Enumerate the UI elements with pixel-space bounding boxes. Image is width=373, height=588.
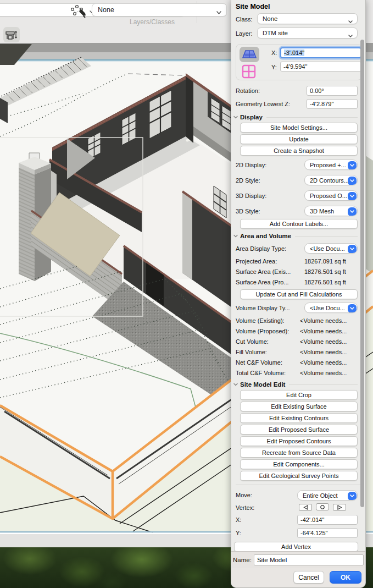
2d-display-label: 2D Display: xyxy=(236,162,266,168)
section-site-model-edit[interactable]: Site Model Edit xyxy=(231,379,365,390)
area-display-type-popup[interactable]: <Use Docu... xyxy=(304,243,358,254)
name-label: Name: xyxy=(233,557,252,563)
2d-style-label: 2D Style: xyxy=(236,177,260,184)
position-group: X: -3'.014" Y: -4'9.594" xyxy=(236,44,362,80)
section-rule xyxy=(266,117,358,118)
previous-vertex-button[interactable] xyxy=(299,504,312,511)
grid-2d-icon[interactable] xyxy=(242,64,256,80)
name-input[interactable] xyxy=(254,554,364,565)
class-value: None xyxy=(263,15,278,22)
move-popup[interactable]: Entire Object xyxy=(297,490,358,501)
edit-proposed-surface-button[interactable]: Edit Proposed Surface xyxy=(240,425,358,435)
x-coordinate-field[interactable]: -3'.014" xyxy=(280,47,361,58)
popup-chevron-icon xyxy=(348,492,357,501)
vertex-label: Vertex: xyxy=(236,504,254,511)
ok-button[interactable]: OK xyxy=(330,571,361,584)
3d-display-label: 3D Display: xyxy=(236,193,266,199)
class-label: Class: xyxy=(236,16,253,23)
area-display-type-value: <Use Docu... xyxy=(310,245,345,252)
surface-area-proposed-label: Surface Area (Pro... xyxy=(236,279,289,285)
x-value-selected: -3'.014" xyxy=(284,50,304,56)
section-display-title: Display xyxy=(240,114,263,120)
3d-style-popup[interactable]: 3D Mesh xyxy=(304,206,358,216)
create-snapshot-button[interactable]: Create a Snapshot xyxy=(240,146,358,156)
rotation-field[interactable]: 0.00° xyxy=(307,86,358,96)
volume-existing-value: <Volume needs... xyxy=(300,317,347,324)
class-dropdown[interactable]: None xyxy=(257,13,358,24)
select-vertex-button[interactable] xyxy=(316,503,329,510)
vertex-y-value: -64'4.125" xyxy=(300,530,327,536)
section-area-volume-title: Area and Volume xyxy=(240,233,291,239)
surface-area-proposed-value: 18276.501 sq ft xyxy=(304,279,346,285)
site-model-settings-button[interactable]: Site Model Settings... xyxy=(240,123,358,133)
cut-volume-label: Cut Volume: xyxy=(236,338,269,345)
disclosure-chevron-icon xyxy=(233,383,238,386)
section-rule xyxy=(289,384,358,385)
vertex-y-field[interactable]: -64'4.125" xyxy=(297,528,358,538)
site-model-3d-icon-button[interactable] xyxy=(240,47,259,62)
toolbar-none-dropdown[interactable]: None xyxy=(92,3,227,17)
x-label: X: xyxy=(271,50,277,56)
update-cut-fill-button[interactable]: Update Cut and Fill Calculations xyxy=(240,289,358,299)
add-contour-labels-button[interactable]: Add Contour Labels... xyxy=(240,219,358,229)
total-cf-volume-value: <Volume needs... xyxy=(300,370,347,376)
section-area-volume[interactable]: Area and Volume xyxy=(231,230,365,241)
node-network-pen-icon xyxy=(70,4,88,19)
panel-divider xyxy=(236,485,361,485)
edit-existing-contours-button[interactable]: Edit Existing Contours xyxy=(240,413,358,423)
rotation-label: Rotation: xyxy=(236,87,260,94)
section-site-model-edit-title: Site Model Edit xyxy=(240,381,285,388)
3d-style-label: 3D Style: xyxy=(236,208,260,215)
recreate-from-source-data-button[interactable]: Recreate from Source Data xyxy=(240,448,358,458)
layer-label: Layer: xyxy=(236,30,253,37)
y-coordinate-field[interactable]: -4'9.594" xyxy=(280,62,361,72)
2d-display-value: Proposed +... xyxy=(310,162,346,168)
edit-crop-button[interactable]: Edit Crop xyxy=(240,390,358,400)
vertex-x-value: -42'.014" xyxy=(300,516,324,523)
popup-chevron-icon xyxy=(348,245,357,254)
vertex-x-field[interactable]: -42'.014" xyxy=(297,515,358,525)
move-value: Entire Object xyxy=(303,492,338,499)
panel-scrollbar[interactable] xyxy=(360,40,364,507)
add-vertex-button[interactable]: Add Vertex xyxy=(234,542,358,551)
popup-chevron-icon xyxy=(348,304,357,313)
2d-style-popup[interactable]: 2D Contours... xyxy=(304,175,358,185)
3d-display-popup[interactable]: Proposed O... xyxy=(304,190,358,201)
fill-volume-label: Fill Volume: xyxy=(236,349,267,355)
volume-proposed-label: Volume (Proposed): xyxy=(236,328,289,334)
lowest-z-label: Geometry Lowest Z: xyxy=(236,101,290,107)
lowest-z-value: -4'2.879" xyxy=(310,101,333,107)
unfold-structure-tool-button[interactable] xyxy=(3,27,20,42)
update-button[interactable]: Update xyxy=(240,134,358,144)
section-display[interactable]: Display xyxy=(231,112,365,123)
net-cf-volume-label: Net C&F Volume: xyxy=(236,359,282,366)
edit-geological-survey-points-button[interactable]: Edit Geological Survey Points xyxy=(240,471,358,481)
volume-display-type-popup[interactable]: <Use Docu... xyxy=(304,303,358,313)
area-display-type-label: Area Display Type: xyxy=(236,245,286,252)
lowest-z-field[interactable]: -4'2.879" xyxy=(307,99,358,109)
dialog-title: Site Model xyxy=(231,0,365,12)
layer-value: DTM site xyxy=(263,30,288,36)
site-mesh-3d-icon xyxy=(242,50,257,59)
surface-area-existing-value: 18276.501 sq ft xyxy=(304,268,346,275)
app-window: None Layers/Classes xyxy=(0,0,373,588)
vertex-x-label: X: xyxy=(236,516,241,523)
building-section-icon xyxy=(5,30,18,40)
next-vertex-button[interactable] xyxy=(333,504,346,511)
edit-proposed-contours-button[interactable]: Edit Proposed Contours xyxy=(240,436,358,446)
volume-proposed-value: <Volume needs... xyxy=(300,328,347,334)
cancel-button[interactable]: Cancel xyxy=(293,571,324,584)
chevron-down-icon xyxy=(348,32,353,39)
2d-display-popup[interactable]: Proposed +... xyxy=(304,160,358,170)
edit-existing-surface-button[interactable]: Edit Existing Surface xyxy=(240,402,358,411)
projected-area-value: 18267.091 sq ft xyxy=(304,258,346,265)
section-rule xyxy=(295,236,358,237)
chevron-down-icon xyxy=(348,18,353,24)
y-label: Y: xyxy=(271,64,277,70)
layer-dropdown[interactable]: DTM site xyxy=(257,28,358,39)
popup-chevron-icon xyxy=(348,192,357,201)
move-label: Move: xyxy=(236,492,252,498)
edit-components-button[interactable]: Edit Components... xyxy=(240,459,358,469)
2d-style-value: 2D Contours... xyxy=(310,177,349,184)
net-cf-volume-value: <Volume needs... xyxy=(300,359,347,366)
